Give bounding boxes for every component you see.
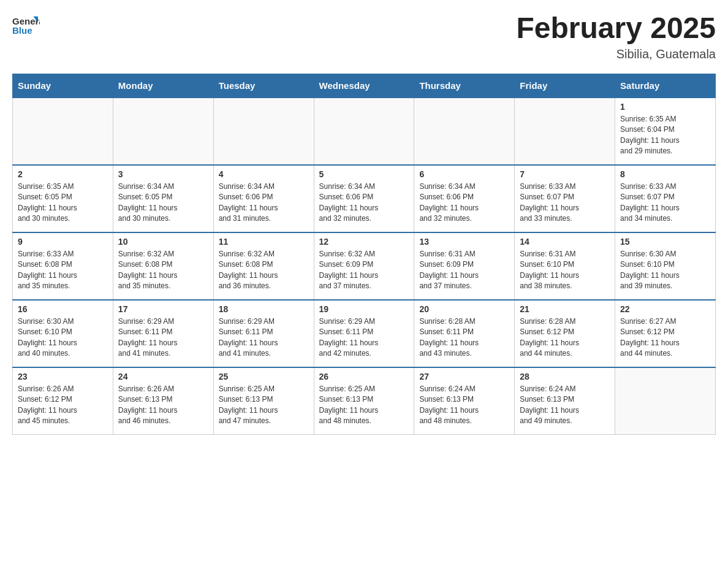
calendar-week-4: 16Sunrise: 6:30 AMSunset: 6:10 PMDayligh… [13,300,716,367]
calendar-cell: 7Sunrise: 6:33 AMSunset: 6:07 PMDaylight… [515,165,615,232]
day-number: 4 [219,169,309,179]
weekday-header-row: Sunday Monday Tuesday Wednesday Thursday… [13,74,716,98]
day-number: 21 [520,304,610,314]
calendar-cell [113,98,213,165]
calendar-cell: 19Sunrise: 6:29 AMSunset: 6:11 PMDayligh… [314,300,414,367]
calendar-cell: 9Sunrise: 6:33 AMSunset: 6:08 PMDaylight… [13,232,113,300]
calendar-week-5: 23Sunrise: 6:26 AMSunset: 6:12 PMDayligh… [13,367,716,435]
day-number: 12 [319,237,409,247]
header-sunday: Sunday [13,74,113,98]
header-tuesday: Tuesday [213,74,314,98]
day-number: 15 [620,237,710,247]
calendar-cell: 3Sunrise: 6:34 AMSunset: 6:05 PMDaylight… [113,165,213,232]
calendar-cell: 11Sunrise: 6:32 AMSunset: 6:08 PMDayligh… [213,232,314,300]
day-number: 23 [18,372,108,381]
day-number: 22 [620,304,710,314]
day-info: Sunrise: 6:34 AMSunset: 6:06 PMDaylight:… [219,182,309,224]
day-number: 17 [118,304,208,314]
calendar-cell [515,98,615,165]
calendar-cell: 16Sunrise: 6:30 AMSunset: 6:10 PMDayligh… [13,300,113,367]
day-number: 27 [419,372,509,381]
day-number: 13 [419,237,509,247]
calendar-week-1: 1Sunrise: 6:35 AMSunset: 6:04 PMDaylight… [13,98,716,165]
day-number: 10 [118,237,208,247]
logo: General Blue [12,12,42,40]
calendar-cell [314,98,414,165]
day-info: Sunrise: 6:31 AMSunset: 6:09 PMDaylight:… [419,249,509,292]
day-number: 19 [319,304,409,314]
calendar-cell: 24Sunrise: 6:26 AMSunset: 6:13 PMDayligh… [113,367,213,435]
calendar-cell: 18Sunrise: 6:29 AMSunset: 6:11 PMDayligh… [213,300,314,367]
header-saturday: Saturday [615,74,716,98]
calendar-cell [13,98,113,165]
calendar-cell: 1Sunrise: 6:35 AMSunset: 6:04 PMDaylight… [615,98,716,165]
day-info: Sunrise: 6:27 AMSunset: 6:12 PMDaylight:… [620,316,710,359]
day-number: 14 [520,237,610,247]
day-info: Sunrise: 6:29 AMSunset: 6:11 PMDaylight:… [219,316,309,359]
calendar-cell: 14Sunrise: 6:31 AMSunset: 6:10 PMDayligh… [515,232,615,300]
day-number: 3 [118,169,208,179]
day-info: Sunrise: 6:32 AMSunset: 6:08 PMDaylight:… [118,249,208,292]
calendar-cell: 15Sunrise: 6:30 AMSunset: 6:10 PMDayligh… [615,232,716,300]
day-info: Sunrise: 6:33 AMSunset: 6:08 PMDaylight:… [18,249,108,292]
day-number: 9 [18,237,108,247]
day-number: 8 [620,169,710,179]
day-info: Sunrise: 6:24 AMSunset: 6:13 PMDaylight:… [520,384,610,427]
header-thursday: Thursday [414,74,515,98]
calendar-cell [414,98,515,165]
location: Sibilia, Guatemala [516,47,716,61]
calendar-week-2: 2Sunrise: 6:35 AMSunset: 6:05 PMDaylight… [13,165,716,232]
calendar-cell [213,98,314,165]
day-number: 11 [219,237,309,247]
day-number: 5 [319,169,409,179]
calendar-cell: 13Sunrise: 6:31 AMSunset: 6:09 PMDayligh… [414,232,515,300]
day-info: Sunrise: 6:28 AMSunset: 6:11 PMDaylight:… [419,316,509,359]
calendar-cell: 21Sunrise: 6:28 AMSunset: 6:12 PMDayligh… [515,300,615,367]
day-info: Sunrise: 6:35 AMSunset: 6:05 PMDaylight:… [18,182,108,224]
day-number: 20 [419,304,509,314]
logo-icon: General Blue [12,12,40,40]
calendar-cell: 25Sunrise: 6:25 AMSunset: 6:13 PMDayligh… [213,367,314,435]
day-number: 2 [18,169,108,179]
day-number: 24 [118,372,208,381]
day-number: 6 [419,169,509,179]
day-info: Sunrise: 6:33 AMSunset: 6:07 PMDaylight:… [620,182,710,224]
day-info: Sunrise: 6:25 AMSunset: 6:13 PMDaylight:… [319,384,409,427]
day-info: Sunrise: 6:33 AMSunset: 6:07 PMDaylight:… [520,182,610,224]
calendar-cell: 8Sunrise: 6:33 AMSunset: 6:07 PMDaylight… [615,165,716,232]
day-info: Sunrise: 6:30 AMSunset: 6:10 PMDaylight:… [620,249,710,292]
calendar-cell: 6Sunrise: 6:34 AMSunset: 6:06 PMDaylight… [414,165,515,232]
day-info: Sunrise: 6:32 AMSunset: 6:08 PMDaylight:… [219,249,309,292]
day-info: Sunrise: 6:32 AMSunset: 6:09 PMDaylight:… [319,249,409,292]
calendar-cell [615,367,716,435]
calendar-cell: 23Sunrise: 6:26 AMSunset: 6:12 PMDayligh… [13,367,113,435]
day-info: Sunrise: 6:35 AMSunset: 6:04 PMDaylight:… [620,114,710,157]
day-number: 25 [219,372,309,381]
month-title: February 2025 [516,12,716,45]
calendar-cell: 28Sunrise: 6:24 AMSunset: 6:13 PMDayligh… [515,367,615,435]
calendar-cell: 17Sunrise: 6:29 AMSunset: 6:11 PMDayligh… [113,300,213,367]
day-info: Sunrise: 6:34 AMSunset: 6:06 PMDaylight:… [319,182,409,224]
page-header: General Blue February 2025 Sibilia, Guat… [12,12,716,61]
day-info: Sunrise: 6:28 AMSunset: 6:12 PMDaylight:… [520,316,610,359]
day-info: Sunrise: 6:25 AMSunset: 6:13 PMDaylight:… [219,384,309,427]
day-info: Sunrise: 6:29 AMSunset: 6:11 PMDaylight:… [319,316,409,359]
day-info: Sunrise: 6:34 AMSunset: 6:05 PMDaylight:… [118,182,208,224]
day-number: 16 [18,304,108,314]
calendar-cell: 2Sunrise: 6:35 AMSunset: 6:05 PMDaylight… [13,165,113,232]
calendar-week-3: 9Sunrise: 6:33 AMSunset: 6:08 PMDaylight… [13,232,716,300]
day-number: 7 [520,169,610,179]
svg-text:Blue: Blue [12,25,32,36]
day-info: Sunrise: 6:29 AMSunset: 6:11 PMDaylight:… [118,316,208,359]
calendar-cell: 12Sunrise: 6:32 AMSunset: 6:09 PMDayligh… [314,232,414,300]
day-info: Sunrise: 6:26 AMSunset: 6:13 PMDaylight:… [118,384,208,427]
day-number: 28 [520,372,610,381]
day-info: Sunrise: 6:24 AMSunset: 6:13 PMDaylight:… [419,384,509,427]
calendar-cell: 4Sunrise: 6:34 AMSunset: 6:06 PMDaylight… [213,165,314,232]
calendar-cell: 26Sunrise: 6:25 AMSunset: 6:13 PMDayligh… [314,367,414,435]
header-friday: Friday [515,74,615,98]
calendar-cell: 10Sunrise: 6:32 AMSunset: 6:08 PMDayligh… [113,232,213,300]
day-info: Sunrise: 6:26 AMSunset: 6:12 PMDaylight:… [18,384,108,427]
header-monday: Monday [113,74,213,98]
calendar-cell: 22Sunrise: 6:27 AMSunset: 6:12 PMDayligh… [615,300,716,367]
